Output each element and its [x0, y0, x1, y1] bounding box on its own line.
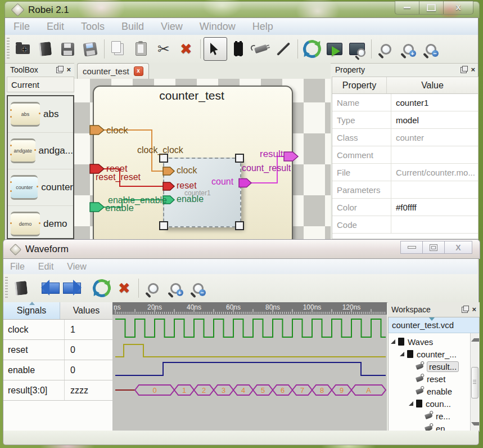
menu-edit[interactable]: Edit — [31, 262, 61, 272]
delete-x-icon: ✖ — [180, 41, 192, 58]
float-icon[interactable] — [461, 67, 467, 73]
float-icon[interactable] — [56, 67, 62, 73]
menu-help[interactable]: Help — [244, 21, 282, 33]
toolbar-grip[interactable] — [7, 38, 10, 60]
port-enable[interactable] — [90, 203, 104, 212]
close-icon[interactable]: × — [66, 67, 71, 73]
scroll-up-icon[interactable] — [471, 335, 480, 342]
values-column-header[interactable]: Values — [60, 302, 112, 319]
port-tool-button[interactable] — [250, 38, 272, 60]
wire-count-result[interactable] — [251, 156, 285, 183]
copy-button[interactable] — [107, 38, 130, 60]
magnifier-plus-icon: + — [170, 283, 181, 294]
menu-edit[interactable]: Edit — [38, 21, 73, 33]
wave-display[interactable]: ns20ns40ns60ns80ns100ns120ns0123456789A — [112, 302, 387, 431]
model-tool-button[interactable] — [227, 38, 250, 60]
port-clock[interactable] — [90, 126, 104, 135]
new-button[interactable]: + — [11, 38, 34, 60]
tree-item-re[interactable]: re... — [391, 410, 470, 422]
zoom-in-button[interactable]: + — [397, 38, 419, 60]
examine-button[interactable] — [346, 38, 368, 60]
back-button[interactable] — [32, 277, 61, 299]
expander-icon[interactable] — [400, 352, 404, 356]
inst-port-enable[interactable] — [163, 196, 174, 204]
tree-item-reset[interactable]: reset — [391, 373, 470, 385]
scroll-thumb[interactable] — [471, 367, 479, 398]
port-reset[interactable] — [90, 164, 104, 173]
zoom-out-button[interactable]: − — [187, 277, 209, 299]
port-result[interactable] — [284, 152, 298, 161]
result-bus-value: 0 — [152, 386, 156, 395]
close-button[interactable]: X — [445, 241, 472, 254]
wire-tool-button[interactable] — [272, 38, 295, 60]
float-icon[interactable] — [462, 307, 468, 313]
inst-port-reset[interactable] — [163, 182, 174, 190]
run-button[interactable] — [323, 38, 346, 60]
time-label: 100ns — [303, 303, 322, 311]
toolbox-item-abs[interactable]: abs abs — [8, 96, 73, 133]
close-icon[interactable]: × — [471, 67, 475, 73]
design-canvas[interactable]: counter_test clockclock_clockresetreset_… — [74, 79, 331, 239]
expander-icon[interactable] — [391, 339, 395, 344]
menu-build[interactable]: Build — [113, 21, 152, 33]
toolbox-section[interactable]: Current — [7, 77, 74, 92]
refresh-button[interactable] — [301, 38, 323, 60]
tree-item-waves[interactable]: Waves — [391, 335, 470, 348]
forward-button[interactable] — [61, 277, 91, 299]
signal-row-reset[interactable]: reset0 — [3, 340, 112, 360]
close-icon[interactable]: × — [472, 307, 476, 312]
signal-row-result[interactable]: result[3:0]zzzz — [3, 380, 112, 401]
cut-button[interactable]: ✂ — [152, 38, 175, 60]
zoom-button[interactable] — [374, 38, 397, 60]
open-button[interactable] — [34, 38, 56, 60]
select-tool-button[interactable] — [204, 37, 227, 61]
tree-item-enable[interactable]: enable — [391, 385, 470, 397]
signals-column-header[interactable]: Signals — [3, 302, 60, 319]
tree-item-result[interactable]: result... — [391, 360, 470, 373]
toolbox-panel: ToolBox × Current abs abs andgate andga.… — [7, 63, 74, 239]
open-vcd-button[interactable] — [10, 277, 32, 299]
zoom-button[interactable] — [142, 277, 164, 299]
refresh-icon — [300, 37, 323, 60]
close-button[interactable]: X — [444, 1, 473, 15]
tree-item-counter[interactable]: counter_... — [391, 348, 470, 360]
tab-counter-test[interactable]: counter_test x — [77, 63, 149, 79]
zoom-out-button[interactable]: − — [419, 38, 442, 60]
minimize-button[interactable] — [400, 241, 423, 254]
scroll-down-icon[interactable] — [471, 422, 480, 428]
refresh-button[interactable] — [91, 277, 113, 299]
save-as-button[interactable] — [79, 38, 101, 60]
robei-logo-icon — [10, 243, 21, 255]
tree-scrollbar[interactable] — [470, 333, 479, 431]
toolbox-item-andgate[interactable]: andgate andga... — [8, 133, 73, 169]
wire-enable[interactable] — [104, 200, 163, 207]
tab-close-icon[interactable]: x — [134, 66, 143, 76]
toolbox-item-counter[interactable]: counter counter — [8, 169, 73, 206]
toolbar-grip[interactable] — [5, 277, 8, 299]
workspace-title: Workspace — [391, 305, 431, 314]
workspace-file-item[interactable]: counter_test.vcd — [389, 317, 479, 333]
inst-port-clock[interactable] — [163, 167, 174, 175]
maximize-button[interactable] — [423, 241, 445, 254]
signal-row-enable[interactable]: enable0 — [3, 360, 112, 380]
paste-button[interactable] — [130, 38, 152, 60]
close-wave-button[interactable]: ✖ — [113, 277, 136, 299]
inst-port-count[interactable] — [239, 179, 251, 187]
menu-file[interactable]: File — [3, 262, 31, 272]
main-window-title: Robei 2.1 — [28, 5, 69, 16]
menu-view[interactable]: View — [152, 21, 191, 33]
menu-tools[interactable]: Tools — [73, 21, 113, 33]
tree-item-coun[interactable]: coun... — [391, 397, 470, 410]
menu-file[interactable]: File — [5, 21, 38, 33]
wire-clock[interactable] — [104, 130, 163, 171]
menu-view[interactable]: View — [60, 262, 93, 272]
menu-window[interactable]: Window — [191, 21, 244, 33]
zoom-in-button[interactable]: + — [164, 277, 187, 299]
save-button[interactable] — [56, 38, 79, 60]
maximize-button[interactable] — [419, 1, 444, 15]
minimize-button[interactable] — [395, 1, 419, 15]
delete-button[interactable]: ✖ — [175, 38, 197, 60]
signal-row-clock[interactable]: clock1 — [3, 320, 112, 340]
toolbox-item-demo[interactable]: demo demo — [8, 206, 73, 239]
expander-icon[interactable] — [409, 401, 413, 406]
